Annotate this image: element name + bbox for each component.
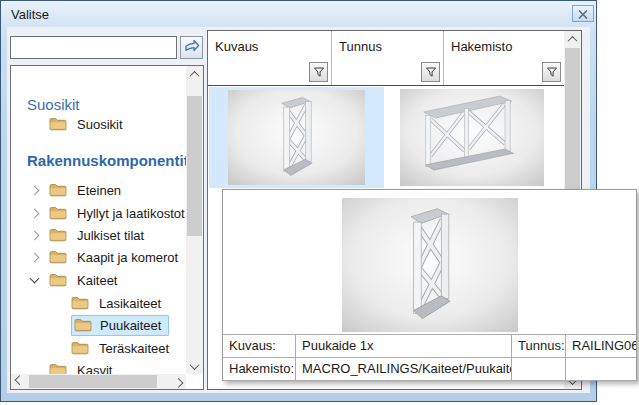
scroll-left-icon[interactable] <box>11 374 27 389</box>
tree-vscroll-thumb[interactable] <box>187 96 202 236</box>
scroll-up-icon[interactable] <box>564 31 581 47</box>
filter-button[interactable] <box>309 62 328 82</box>
close-icon <box>578 5 588 23</box>
filter-icon <box>546 66 558 78</box>
result-item-railing-2x[interactable] <box>384 87 559 188</box>
tree-item-label: Teräskaiteet <box>95 340 173 357</box>
screenshot-stage: Valitse Suosikit Suosikit Rakennuskompon… <box>0 0 639 405</box>
tree-section-components: Rakennuskomponentit <box>27 152 189 169</box>
chevron-down-icon[interactable] <box>27 278 49 282</box>
tree-item-label: Suosikit <box>73 116 127 133</box>
folder-icon <box>49 117 67 131</box>
category-tree-panel: Suosikit Suosikit Rakennuskomponentit Et… <box>10 65 204 390</box>
item-tooltip: Kuvaus: Puukaide 1x Tunnus: RAILING06 Ha… <box>222 189 637 381</box>
folder-icon <box>71 341 89 355</box>
column-header-label[interactable]: Tunnus <box>339 39 382 54</box>
railing-preview-image <box>342 198 518 332</box>
filter-button[interactable] <box>421 62 440 82</box>
tree-item-hyllyt[interactable]: Hyllyt ja laatikostot <box>27 203 189 223</box>
tree-item-label: Kaapit ja komerot <box>73 249 182 266</box>
tree-item-teraskaiteet[interactable]: Teräskaiteet <box>49 338 173 358</box>
tree-item-julkiset[interactable]: Julkiset tilat <box>27 225 148 245</box>
folder-icon <box>71 296 89 310</box>
tree-item-label: Puukaiteet <box>98 317 166 334</box>
railing-1x-thumbnail <box>228 90 365 185</box>
tree-item-lasikaiteet[interactable]: Lasikaiteet <box>49 293 165 313</box>
tree-item-label: Kaiteet <box>73 272 121 289</box>
result-item-railing-1x[interactable] <box>209 87 384 188</box>
column-tunnus[interactable]: Tunnus <box>332 31 444 85</box>
tooltip-kuvaus-label: Kuvaus: <box>223 335 296 358</box>
tree-item-label: Lasikaiteet <box>95 295 165 312</box>
chevron-right-icon[interactable] <box>27 210 49 217</box>
tree-item-kaapit[interactable]: Kaapit ja komerot <box>27 247 182 267</box>
chevron-right-icon[interactable] <box>27 232 49 239</box>
tooltip-info-table: Kuvaus: Puukaide 1x Tunnus: RAILING06 Ha… <box>223 334 636 381</box>
railing-2x-thumbnail <box>400 89 544 186</box>
tree-hscroll-thumb[interactable] <box>29 375 157 388</box>
tree-vertical-scrollbar[interactable] <box>186 66 203 374</box>
tree-horizontal-scrollbar[interactable] <box>11 374 186 389</box>
close-button[interactable] <box>572 5 594 22</box>
filter-icon <box>313 66 325 78</box>
chevron-right-icon[interactable] <box>27 254 49 261</box>
go-arrow-icon <box>184 39 200 57</box>
folder-icon <box>74 318 92 332</box>
tree-item-kaiteet[interactable]: Kaiteet <box>27 270 121 290</box>
folder-icon <box>49 273 67 287</box>
tree-item-label: Hyllyt ja laatikostot <box>73 205 189 222</box>
folder-icon <box>49 206 67 220</box>
column-header-label[interactable]: Hakemisto <box>451 39 512 54</box>
tree-item-label: Eteinen <box>73 182 125 199</box>
filter-icon <box>425 66 437 78</box>
tree-section-favorites: Suosikit <box>27 96 80 113</box>
tree-item-puukaiteet-selected[interactable]: Puukaiteet <box>49 315 169 335</box>
tooltip-kuvaus-value: Puukaide 1x <box>296 335 512 358</box>
tooltip-tunnus-label: Tunnus: <box>512 335 566 358</box>
tooltip-empty-cell <box>566 358 636 381</box>
tree-selection-highlight: Puukaiteet <box>71 315 169 336</box>
scroll-down-icon[interactable] <box>186 358 203 374</box>
scroll-right-icon[interactable] <box>170 374 186 389</box>
search-go-button[interactable] <box>180 36 203 59</box>
chevron-right-icon[interactable] <box>27 187 49 194</box>
window-title: Valitse <box>11 7 49 22</box>
column-header-label[interactable]: Kuvaus <box>215 39 258 54</box>
column-hakemisto[interactable]: Hakemisto <box>444 31 565 85</box>
folder-icon <box>49 183 67 197</box>
tree-item-label: Julkiset tilat <box>73 227 148 244</box>
search-input[interactable] <box>10 36 177 59</box>
tree-item-eteinen[interactable]: Eteinen <box>27 180 125 200</box>
tooltip-hakemisto-label: Hakemisto: <box>223 358 296 381</box>
tooltip-empty-cell <box>512 358 566 381</box>
folder-icon <box>49 250 67 264</box>
tooltip-hakemisto-value: MACRO_RAILINGS/Kaiteet/Puukaiteet <box>296 358 512 381</box>
tooltip-tunnus-value: RAILING06 <box>566 335 636 358</box>
filter-button[interactable] <box>542 62 561 82</box>
scroll-up-icon[interactable] <box>186 66 203 82</box>
folder-icon <box>49 228 67 242</box>
column-kuvaus[interactable]: Kuvaus <box>208 31 332 85</box>
tree-item-suosikit[interactable]: Suosikit <box>27 114 127 134</box>
results-header: Kuvaus Tunnus Hakemisto <box>208 31 565 86</box>
